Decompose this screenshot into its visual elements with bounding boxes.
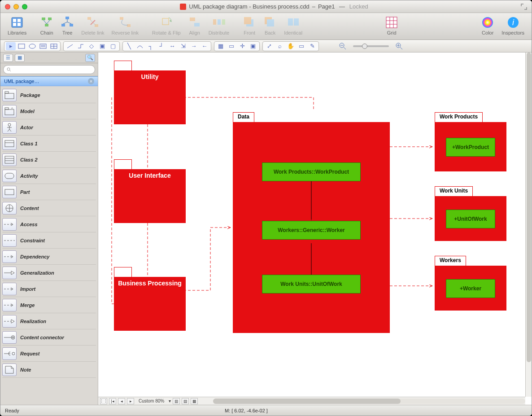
view-mode-c-icon[interactable]: ▦ xyxy=(191,398,198,404)
package-workers[interactable]: Workers +Worker xyxy=(435,266,506,311)
zoom-out-icon[interactable] xyxy=(338,42,348,50)
close-window[interactable] xyxy=(5,4,10,9)
rect-tool-icon[interactable] xyxy=(17,42,26,50)
toolbar-front[interactable]: Front xyxy=(243,15,256,35)
shape-class-1[interactable]: Class 1 xyxy=(2,136,96,152)
class-workproduct[interactable]: Work Products::WorkProduct xyxy=(262,162,361,181)
shape-import[interactable]: Import xyxy=(2,281,96,297)
snap-guides-icon[interactable]: ✛ xyxy=(237,42,247,50)
panel-search-icon[interactable]: 🔍 xyxy=(85,54,95,62)
arrow-both-icon[interactable]: ↔ xyxy=(167,42,177,50)
line-straight-icon[interactable]: ╲ xyxy=(124,42,134,50)
node-edit-icon[interactable]: ◇ xyxy=(87,42,96,50)
shape-package[interactable]: Package xyxy=(2,87,96,103)
panel-view-grid-icon[interactable]: ▦ xyxy=(15,54,25,62)
toolbar-chain[interactable]: Chain xyxy=(40,15,53,35)
connector-icon[interactable] xyxy=(65,42,75,50)
svg-rect-25 xyxy=(244,17,251,24)
toolbar-delete-link[interactable]: Delete link xyxy=(81,15,104,35)
horizontal-scrollbar[interactable] xyxy=(213,398,525,404)
arrow-start-icon[interactable]: ← xyxy=(200,42,209,50)
zoom-in-icon[interactable] xyxy=(394,42,404,50)
class-wu-inner[interactable]: +UnitOfWork xyxy=(446,210,495,228)
toolbar-distribute[interactable]: Distribute xyxy=(209,15,229,35)
toolbar-identical[interactable]: Identical xyxy=(284,15,302,35)
vertical-scrollbar[interactable] xyxy=(525,53,532,397)
toolbar-color[interactable]: Color xyxy=(481,15,494,35)
class-workers-inner[interactable]: +Worker xyxy=(446,279,495,298)
prev-page-button[interactable]: ◂ xyxy=(118,398,125,404)
pan-icon[interactable]: ✋ xyxy=(286,42,296,50)
line-step-icon[interactable]: ┘ xyxy=(157,42,166,50)
package-work-units[interactable]: Work Units +UnitOfWork xyxy=(435,196,506,241)
line-curve-icon[interactable] xyxy=(135,42,145,50)
shape-merge[interactable]: Merge xyxy=(2,297,96,313)
svg-point-57 xyxy=(8,123,11,126)
fullscreen-icon[interactable] xyxy=(521,4,527,10)
shape-access[interactable]: Access xyxy=(2,216,96,232)
view-mode-b-icon[interactable]: ▤ xyxy=(182,398,189,404)
shape-content[interactable]: Content xyxy=(2,200,96,216)
package-business-processing[interactable]: Business Processing xyxy=(114,277,186,331)
package-work-products[interactable]: Work Products +WorkProduct xyxy=(435,122,506,171)
shape-class-2[interactable]: Class 2 xyxy=(2,152,96,168)
package-user-interface[interactable]: User Interface xyxy=(114,169,186,223)
zoom-fit-icon[interactable]: ⤢ xyxy=(264,42,274,50)
shape-note[interactable]: Note xyxy=(2,362,96,378)
arrow-split-icon[interactable]: ⇲ xyxy=(178,42,188,50)
minimize-window[interactable] xyxy=(13,4,19,9)
toolbar-grid[interactable]: Grid xyxy=(385,15,398,35)
snap-page-icon[interactable]: ▣ xyxy=(248,42,258,50)
shape-actor[interactable]: Actor xyxy=(2,119,96,136)
view-mode-a-icon[interactable]: ▥ xyxy=(173,398,180,404)
presentation-icon[interactable]: ▭ xyxy=(297,42,306,50)
panel-view-list-icon[interactable]: ☰ xyxy=(3,54,13,62)
shape-part[interactable]: Part xyxy=(2,184,96,200)
pointer-tool-icon[interactable]: ▸ xyxy=(6,42,16,50)
toolbar-back[interactable]: Back xyxy=(263,15,277,35)
eyedropper-icon[interactable]: ✎ xyxy=(307,42,317,50)
snap-grid-icon[interactable]: ▦ xyxy=(216,42,226,50)
class-generic-worker[interactable]: Workers::Generic::Worker xyxy=(262,221,361,240)
shape-constraint[interactable]: Constraint xyxy=(2,232,96,249)
shape-content-connector[interactable]: Content connector xyxy=(2,329,96,346)
group-icon[interactable]: ▣ xyxy=(97,42,107,50)
resize-handle-icon[interactable]: ⋮⋮ xyxy=(100,398,107,404)
toolbar-align[interactable]: Align xyxy=(188,15,201,35)
toolbar-reverse-link[interactable]: Reverse link xyxy=(112,15,139,35)
zoom-label[interactable]: Custom 80% xyxy=(139,398,164,403)
close-library-icon[interactable]: × xyxy=(88,78,94,84)
zoom-window[interactable] xyxy=(22,4,27,9)
text-tool-icon[interactable] xyxy=(38,42,48,50)
toolbar-rotate-flip[interactable]: Rotate & Flip xyxy=(152,15,181,35)
line-ortho-icon[interactable]: ┐ xyxy=(146,42,156,50)
package-utility[interactable]: Utility xyxy=(114,70,186,124)
shape-realization[interactable]: Realization xyxy=(2,313,96,329)
toolbar-tree[interactable]: Tree xyxy=(61,15,74,35)
canvas[interactable]: Utility User Interface Business Processi… xyxy=(98,53,532,405)
zoom-slider[interactable] xyxy=(353,45,389,47)
package-data[interactable]: Data Work Products::WorkProduct Workers:… xyxy=(233,122,390,333)
shape-label: Activity xyxy=(20,173,38,179)
shape-dependency[interactable]: Dependency xyxy=(2,249,96,265)
library-search-input[interactable] xyxy=(3,65,95,74)
library-tab[interactable]: UML package… × xyxy=(0,76,98,86)
first-page-button[interactable]: |◂ xyxy=(109,398,116,404)
toolbar-libraries[interactable]: Libraries xyxy=(8,15,26,35)
shape-model[interactable]: Model xyxy=(2,103,96,119)
arrow-end-icon[interactable]: → xyxy=(189,42,199,50)
ungroup-icon[interactable]: ▢ xyxy=(108,42,118,50)
shape-generalization[interactable]: Generalization xyxy=(2,265,96,281)
smart-connector-icon[interactable] xyxy=(76,42,86,50)
zoom-selection-icon[interactable]: ⌕ xyxy=(275,42,285,50)
class-unitofwork[interactable]: Work Units::UnitOfWork xyxy=(262,275,361,293)
shape-activity[interactable]: Activity xyxy=(2,168,96,184)
svg-rect-64 xyxy=(5,156,14,163)
ellipse-tool-icon[interactable] xyxy=(27,42,37,50)
toolbar-inspectors[interactable]: i Inspectors xyxy=(501,15,524,35)
class-wp-inner[interactable]: +WorkProduct xyxy=(446,138,495,157)
next-page-button[interactable]: ▸ xyxy=(127,398,134,404)
snap-object-icon[interactable]: ▭ xyxy=(227,42,236,50)
shape-request[interactable]: Request xyxy=(2,346,96,362)
table-tool-icon[interactable] xyxy=(49,42,59,50)
